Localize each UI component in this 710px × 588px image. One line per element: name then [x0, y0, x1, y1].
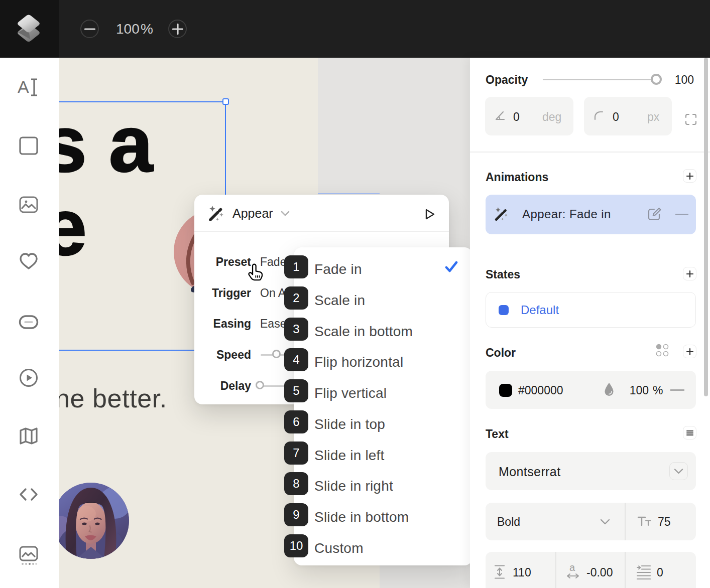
svg-text:A: A [18, 77, 29, 96]
svg-text:a: a [569, 562, 575, 573]
